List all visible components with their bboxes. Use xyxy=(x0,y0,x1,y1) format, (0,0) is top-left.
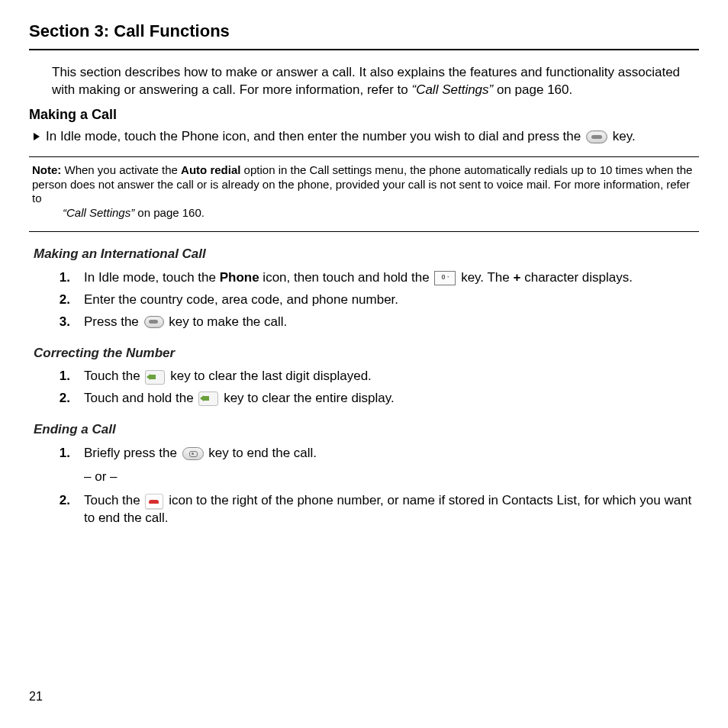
zero-key-icon: 0 · xyxy=(434,271,456,285)
bullet-arrow-icon xyxy=(34,133,40,140)
correct-steps: 1. Touch the key to clear the last digit… xyxy=(29,368,699,407)
ending-step-2: 2. Touch the icon to the right of the ph… xyxy=(55,492,699,527)
ending-steps: 1. Briefly press the key to end the call… xyxy=(29,445,699,462)
intro-text-a: This section describes how to make or an… xyxy=(52,65,680,97)
correct-step-1: 1. Touch the key to clear the last digit… xyxy=(55,368,699,385)
making-a-call-heading: Making a Call xyxy=(29,105,699,124)
or-separator: – or – xyxy=(84,469,699,486)
ending-steps-2: 2. Touch the icon to the right of the ph… xyxy=(29,492,699,527)
intl-heading: Making an International Call xyxy=(34,246,699,263)
intl-step-3: 3. Press the key to make the call. xyxy=(55,314,699,331)
note-label: Note: xyxy=(32,163,61,176)
note-ref: “Call Settings” xyxy=(63,206,134,219)
note-rule-top xyxy=(29,156,699,157)
intro-text-b: on page 160. xyxy=(497,82,572,97)
step-number: 2. xyxy=(55,390,70,407)
intl-step-1: 1. In Idle mode, touch the Phone icon, t… xyxy=(55,269,699,287)
backspace-key-icon xyxy=(145,370,165,385)
correct-step-2: 2. Touch and hold the key to clear the e… xyxy=(55,390,699,407)
note-indent: “Call Settings” on page 160. xyxy=(63,206,699,221)
auto-redial-note: Note: When you activate the Auto redial … xyxy=(32,163,699,221)
page-number: 21 xyxy=(29,688,43,705)
step-number: 1. xyxy=(55,269,70,287)
note-rule-bottom xyxy=(29,231,699,232)
intl-steps: 1. In Idle mode, touch the Phone icon, t… xyxy=(29,269,699,331)
intl-step-2: 2. Enter the country code, area code, an… xyxy=(55,292,699,309)
step-number: 1. xyxy=(55,445,70,462)
end-key-icon xyxy=(182,447,204,460)
making-a-call-step: In Idle mode, touch the Phone icon, and … xyxy=(34,128,699,146)
call-settings-ref: “Call Settings” xyxy=(411,82,493,97)
step-number: 1. xyxy=(55,368,70,385)
backspace-key-icon xyxy=(198,391,218,406)
making-call-text: In Idle mode, touch the Phone icon, and … xyxy=(46,128,636,146)
manual-page: Section 3: Call Functions This section d… xyxy=(0,0,728,728)
intro-paragraph: This section describes how to make or an… xyxy=(52,64,699,99)
auto-redial-bold: Auto redial xyxy=(181,163,240,176)
hangup-icon xyxy=(145,494,163,509)
ending-heading: Ending a Call xyxy=(34,421,699,439)
step-number: 3. xyxy=(55,314,70,331)
title-rule xyxy=(29,49,699,50)
call-key-icon xyxy=(586,130,607,143)
correct-heading: Correcting the Number xyxy=(34,345,699,362)
call-key-icon xyxy=(144,316,164,328)
step-number: 2. xyxy=(55,292,70,309)
ending-step-1: 1. Briefly press the key to end the call… xyxy=(55,445,699,462)
step-number: 2. xyxy=(55,492,70,527)
section-title: Section 3: Call Functions xyxy=(29,20,699,43)
